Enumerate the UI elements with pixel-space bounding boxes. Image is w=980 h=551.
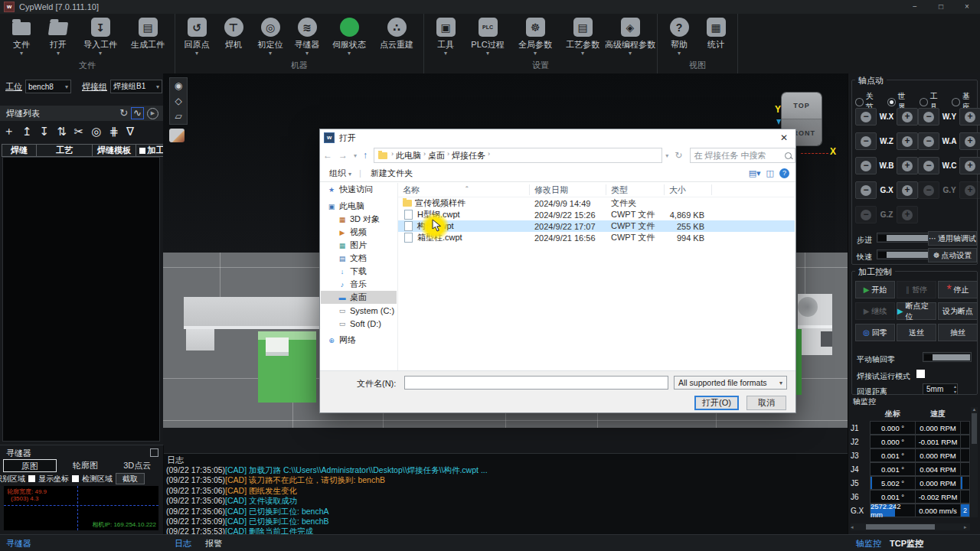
minimize-button[interactable]: − xyxy=(902,0,928,14)
sidebar-item-0[interactable]: ★快速访问 xyxy=(321,183,397,196)
search-input[interactable]: 在 焊接任务 中搜索 xyxy=(690,148,795,163)
home-slider[interactable] xyxy=(923,352,972,362)
seam-finder-tab-0[interactable]: 原图 xyxy=(3,459,57,472)
refresh-icon[interactable]: ↻ xyxy=(119,108,128,119)
sidebar-item-3[interactable]: ▶视频 xyxy=(321,226,397,239)
maximize-button[interactable]: □ xyxy=(928,0,954,14)
ribbon-button-folder[interactable]: 文件▾ xyxy=(5,18,38,56)
file-column-0[interactable]: 名称ˆ xyxy=(398,184,530,195)
tab-alarm[interactable]: 报警 xyxy=(205,538,222,549)
filename-input[interactable] xyxy=(404,376,668,390)
control-button-6[interactable]: ◎回零 xyxy=(855,324,895,341)
step-slider[interactable] xyxy=(877,233,930,243)
control-button-2[interactable]: *停止 xyxy=(938,281,978,298)
spinner-arrows-icon[interactable]: ▴▾ xyxy=(954,384,956,395)
file-column-3[interactable]: 大小 xyxy=(665,184,712,195)
jog-plus-button[interactable]: + xyxy=(959,108,980,126)
control-button-1[interactable]: ∥暂停 xyxy=(897,281,936,298)
add-icon[interactable]: ＋ xyxy=(3,124,15,139)
back-icon[interactable]: ← xyxy=(323,150,332,161)
play-circle-icon[interactable]: ▶ xyxy=(147,108,158,119)
jog-plus-button[interactable]: + xyxy=(897,181,918,199)
ribbon-button-toolbox[interactable]: ▣工具▾ xyxy=(429,18,462,56)
breadcrumb[interactable]: ›此电脑›桌面›焊接任务› xyxy=(374,148,662,163)
preview-pane-icon[interactable]: ◫ xyxy=(766,168,774,178)
control-button-0[interactable]: ▶开始 xyxy=(855,281,895,298)
retract-spinner[interactable]: 5mm ▴▾ xyxy=(923,383,958,395)
target-icon[interactable]: ◎ xyxy=(91,125,101,139)
ribbon-button-initial-position[interactable]: ◎初定位▾ xyxy=(253,18,287,56)
ribbon-button-import-workpiece[interactable]: ↧导入工件▾ xyxy=(78,18,122,56)
seam-table-body[interactable] xyxy=(2,157,160,442)
sidebar-item-10[interactable]: ▭Soft (D:) xyxy=(321,317,397,330)
detect-region-checkbox[interactable] xyxy=(72,475,79,482)
jog-plus-button[interactable]: + xyxy=(897,108,918,126)
forward-icon[interactable]: → xyxy=(338,150,348,161)
log-entries[interactable]: (09/22 17:35:05)[CAD]加载刀路 C:\\Users\\Adm… xyxy=(166,465,844,535)
help-icon[interactable]: ? xyxy=(779,168,789,178)
monitor-row-J1[interactable]: J10.000 °0.000 RPM xyxy=(851,421,970,435)
sidebar-item-1[interactable]: ▣此电脑 xyxy=(321,200,397,213)
new-folder-button[interactable]: 新建文件夹 xyxy=(371,168,413,179)
control-button-8[interactable]: 抽丝 xyxy=(938,324,978,341)
torch-tool-icon[interactable] xyxy=(169,129,185,142)
control-button-5[interactable]: 设为断点 xyxy=(938,302,978,320)
jog-plus-button[interactable]: + xyxy=(897,157,918,174)
control-button-4[interactable]: ▶断点定位 xyxy=(897,302,936,320)
tab-seam-finder[interactable]: 寻缝器 xyxy=(6,538,31,549)
jog-minus-button[interactable]: − xyxy=(918,157,939,174)
jog-minus-button[interactable]: − xyxy=(918,132,939,150)
workpiece-beam[interactable] xyxy=(184,297,329,329)
route-icon[interactable]: ∿ xyxy=(131,107,144,119)
clip-plane-icon[interactable]: ▱ xyxy=(175,109,181,124)
monitor-row-G.X[interactable]: G.X2572.242 mm0.000 mm/s2 xyxy=(851,504,970,517)
refresh-icon[interactable]: ↻ xyxy=(675,150,682,161)
expand-icon[interactable] xyxy=(150,448,158,457)
tab-log[interactable]: 日志 xyxy=(175,538,191,549)
control-button-3[interactable]: ▶继续 xyxy=(855,302,895,320)
control-button-7[interactable]: 送丝 xyxy=(897,324,936,341)
capture-button[interactable]: 截取 xyxy=(116,473,145,484)
monitor-horizontal-scrollbar[interactable]: ◂▸ xyxy=(851,523,970,530)
address-chevron-icon[interactable]: ▾ xyxy=(665,152,668,159)
process-checkbox[interactable] xyxy=(139,148,145,154)
jog-minus-button[interactable]: − xyxy=(918,181,939,199)
dialog-close-icon[interactable]: ✕ xyxy=(773,129,795,146)
ribbon-button-help[interactable]: ?帮助▾ xyxy=(662,18,696,56)
adjust-icon[interactable]: ⋕ xyxy=(109,125,119,139)
file-row-0[interactable]: 宣传视频样件2024/9/9 14:49文件夹 xyxy=(398,197,795,209)
tab-axis-monitor[interactable]: 轴监控 xyxy=(856,538,881,549)
ribbon-button-welder[interactable]: ⊤焊机 xyxy=(217,18,250,51)
ribbon-button-folder-open[interactable]: 打开▾ xyxy=(41,18,75,56)
filetype-select[interactable]: All supported file formats ▾ xyxy=(674,376,787,390)
jog-minus-button[interactable]: − xyxy=(855,206,877,223)
station-select[interactable]: bench8 ▾ xyxy=(25,80,71,93)
ribbon-button-plc[interactable]: PLCPLC过程▾ xyxy=(466,18,510,56)
ribbon-button-point-cloud[interactable]: ∴点云重建 xyxy=(374,18,419,51)
move-top-icon[interactable]: ↥ xyxy=(22,125,32,139)
organize-menu[interactable]: 组织 ▾ xyxy=(329,168,351,179)
monitor-row-J3[interactable]: J30.001 °0.000 RPM xyxy=(851,448,970,462)
monitor-row-J2[interactable]: J20.000 °-0.001 RPM xyxy=(851,435,970,448)
sidebar-item-11[interactable]: ⊕网络 xyxy=(321,334,397,347)
sidebar-item-5[interactable]: ▤文档 xyxy=(321,252,397,265)
filter-icon[interactable]: ∇ xyxy=(126,125,134,139)
sidebar-item-7[interactable]: ♪音乐 xyxy=(321,278,397,291)
sidebar-item-6[interactable]: ↓下载 xyxy=(321,265,397,278)
ribbon-button-advanced-params[interactable]: ◈高级编程参数▾ xyxy=(608,18,652,56)
move-bottom-icon[interactable]: ↧ xyxy=(40,125,50,139)
seam-table-column-1[interactable]: 工艺 xyxy=(36,144,93,157)
jog-minus-button[interactable]: − xyxy=(855,108,877,126)
up-icon[interactable]: ↑ xyxy=(363,150,368,161)
jog-settings-button[interactable]: ☸点动设置 xyxy=(928,248,977,262)
ribbon-button-gear[interactable]: ☸全局参数▾ xyxy=(513,18,557,56)
swap-icon[interactable]: ⇅ xyxy=(57,125,67,139)
sidebar-item-2[interactable]: ▦3D 对象 xyxy=(321,213,397,226)
file-row-3[interactable]: 箱型柱.cwpt2024/9/21 16:56CWPT 文件994 KB xyxy=(398,232,795,243)
jog-plus-button[interactable]: + xyxy=(897,206,918,223)
jog-plus-button[interactable]: + xyxy=(959,157,980,174)
fast-slider[interactable] xyxy=(877,249,930,259)
cancel-button[interactable]: 取消 xyxy=(746,396,786,410)
jog-minus-button[interactable]: − xyxy=(855,132,877,150)
tab-tcp-monitor[interactable]: TCP监控 xyxy=(890,538,923,549)
